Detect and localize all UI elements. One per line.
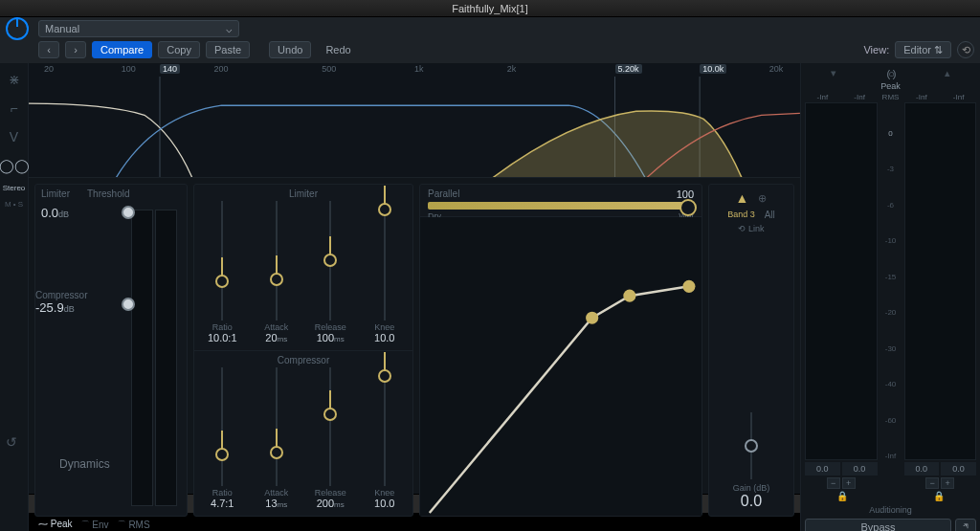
plugin-body: ⋇ ⌐ V ◯◯ Stereo M • S 201001402005001k2k…: [0, 63, 980, 494]
param-slider[interactable]: Release100ms: [308, 199, 353, 343]
bypass-button[interactable]: Bypass: [805, 519, 951, 531]
limiter-threshold-value[interactable]: 0.0: [41, 206, 58, 220]
detect-env[interactable]: ⌒ Env: [80, 519, 109, 531]
reset-icon[interactable]: ↺: [6, 434, 17, 450]
link-toggle[interactable]: ⟲ Link: [738, 224, 764, 233]
io-meter-panel: ▾ (○) ▴ Peak -Inf-Inf RMS 0-3-6-10-15-20…: [800, 63, 980, 531]
compressor-section-label: Compressor: [35, 290, 87, 300]
next-preset-button[interactable]: ›: [65, 41, 86, 58]
param-slider[interactable]: Knee10.0: [363, 365, 408, 510]
threshold-meter: [131, 210, 177, 506]
gain-value[interactable]: 0.0: [741, 493, 762, 510]
power-button[interactable]: [6, 17, 29, 40]
ear-icon[interactable]: ཀ: [955, 519, 976, 531]
freq-tick: 500: [322, 64, 336, 74]
output-meter: -Inf-Inf: [904, 93, 977, 460]
out-plus-button[interactable]: +: [941, 477, 954, 489]
detect-rms[interactable]: ⌒ RMS: [117, 519, 150, 531]
in-lock-icon[interactable]: 🔒: [805, 491, 880, 501]
compressor-threshold-value[interactable]: -25.9: [35, 300, 64, 315]
param-slider[interactable]: Attack13ms: [255, 365, 300, 510]
updown-icon: ⇅: [934, 44, 943, 56]
collapse-out-icon[interactable]: ▴: [945, 67, 950, 79]
svg-point-3: [586, 312, 598, 324]
svg-point-4: [623, 290, 635, 302]
gain-slider[interactable]: [750, 412, 752, 479]
out-readout-r: 0.0: [941, 462, 976, 476]
copy-button[interactable]: Copy: [158, 41, 200, 58]
freq-tick: 2k: [507, 64, 517, 74]
preset-dropdown[interactable]: Manual ⌵: [38, 20, 239, 37]
curve-panel: Parallel 100 DryWet: [419, 184, 702, 517]
sidechain-icon[interactable]: ⟲: [957, 41, 974, 58]
transfer-curve[interactable]: [420, 217, 702, 516]
collapse-in-icon[interactable]: ▾: [831, 67, 836, 79]
threshold-section-label: Threshold: [87, 188, 129, 199]
freq-tick: 100: [122, 64, 136, 74]
in-readout-l: 0.0: [805, 462, 840, 476]
crossover-curves: [29, 77, 800, 178]
auditioning-label: Auditioning: [805, 505, 976, 515]
lowshelf-icon[interactable]: ⌐: [4, 98, 25, 119]
io-stereo-icon[interactable]: (○): [887, 68, 895, 79]
input-meter: -Inf-Inf: [805, 93, 878, 460]
param-slider[interactable]: Ratio4.7:1: [200, 365, 245, 510]
band-label[interactable]: Band 3: [727, 210, 755, 220]
freq-tick: 20k: [769, 64, 784, 74]
paste-button[interactable]: Paste: [206, 41, 250, 58]
out-readout-l: 0.0: [904, 462, 940, 476]
freq-tick: 200: [213, 64, 228, 74]
freq-tick[interactable]: 140: [160, 64, 180, 74]
view-selector[interactable]: Editor ⇅: [895, 41, 951, 58]
limiter-section-label: Limiter: [41, 188, 70, 199]
prev-preset-button[interactable]: ‹: [38, 41, 59, 58]
band-solo-icon[interactable]: ▲: [736, 190, 749, 206]
freq-tick[interactable]: 5.20k: [615, 64, 642, 74]
in-minus-button[interactable]: −: [827, 477, 840, 489]
redo-button[interactable]: Redo: [317, 41, 359, 58]
out-minus-button[interactable]: −: [925, 477, 939, 489]
preset-name: Manual: [45, 23, 79, 34]
band-panel: ▲ ⊕ Band 3 All ⟲ Link Gain (dB) 0.0: [708, 184, 794, 517]
tool-rail: ⋇ ⌐ V ◯◯ Stereo M • S: [0, 63, 29, 531]
compressor-threshold-handle[interactable]: [122, 298, 135, 311]
param-slider[interactable]: Ratio10.0:1: [200, 199, 245, 343]
freq-tick[interactable]: 10.0k: [700, 64, 726, 74]
in-readout-r: 0.0: [842, 462, 878, 476]
detect-peak[interactable]: ⁓ Peak: [38, 519, 73, 531]
all-bands-label[interactable]: All: [765, 210, 775, 220]
module-name: Dynamics: [59, 457, 110, 471]
center-panel: 201001402005001k2k5.20k10.0k20k Limiter: [29, 63, 800, 531]
freq-tick: 1k: [414, 64, 424, 74]
in-plus-button[interactable]: +: [842, 477, 856, 489]
host-toolbar: Manual ⌵ ‹ › Compare Copy Paste Undo Red…: [0, 17, 980, 63]
parallel-slider[interactable]: [428, 202, 694, 210]
undo-button[interactable]: Undo: [269, 41, 311, 58]
limiter-section: Limiter Ratio10.0:1Attack20msRelease100m…: [194, 185, 412, 351]
param-slider[interactable]: Knee10.0: [363, 199, 408, 343]
stereo-mode-icon[interactable]: ◯◯: [4, 155, 25, 176]
highshelf-icon[interactable]: V: [4, 126, 25, 147]
param-slider[interactable]: Release200ms: [308, 365, 353, 510]
parallel-section: Parallel 100 DryWet: [420, 185, 702, 217]
compressor-section: Compressor Ratio4.7:1Attack13msRelease20…: [194, 351, 412, 517]
globe-icon[interactable]: ⊕: [758, 192, 767, 205]
out-lock-icon[interactable]: 🔒: [902, 491, 977, 501]
threshold-panel: Limiter Threshold 0.0dB Compressor -25.9…: [34, 184, 188, 517]
crossover-solo-icon[interactable]: ⋇: [4, 69, 25, 90]
parallel-value[interactable]: 100: [677, 188, 694, 200]
limiter-threshold-handle[interactable]: [122, 206, 135, 219]
ms-label[interactable]: M • S: [5, 200, 23, 209]
window-title: Faithfully_Mix[1]: [0, 0, 980, 17]
freq-tick: 20: [44, 64, 54, 74]
chevron-down-icon: ⌵: [226, 23, 233, 35]
crossover-display[interactable]: 201001402005001k2k5.20k10.0k20k: [29, 63, 800, 178]
view-label: View:: [863, 44, 889, 55]
stereo-label: Stereo: [3, 184, 26, 192]
dynamics-sliders: Limiter Ratio10.0:1Attack20msRelease100m…: [193, 184, 413, 517]
svg-point-5: [682, 280, 695, 293]
param-slider[interactable]: Attack20ms: [255, 199, 300, 343]
compare-button[interactable]: Compare: [92, 41, 152, 58]
